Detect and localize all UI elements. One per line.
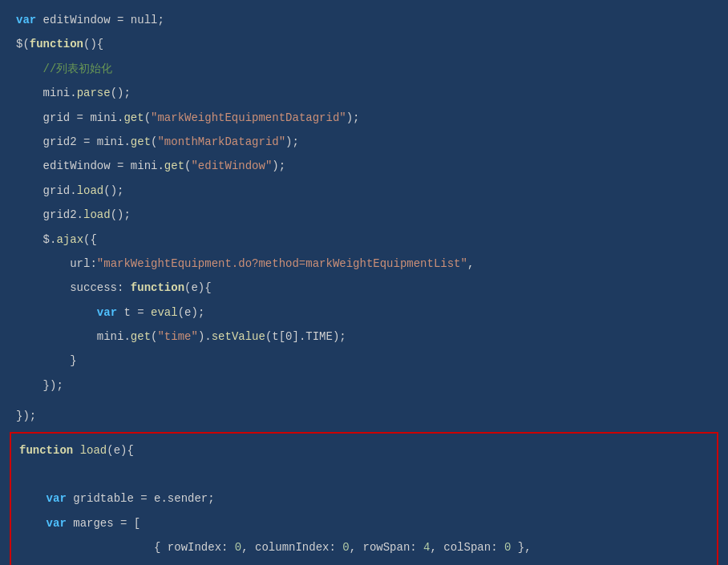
code-line-grid2: grid2 = mini.get("monthMarkDatagrid");	[0, 130, 728, 154]
code-line-editwindow: editWindow = mini.get("editWindow");	[0, 154, 728, 178]
code-area: var editWindow = null; $(function(){ //列…	[0, 0, 728, 565]
code-line-mini-parse: mini.parse();	[0, 81, 728, 105]
h-line-function: function load(e){	[19, 438, 709, 462]
code-line-closing-brace: });	[0, 404, 728, 428]
h-line-gridtable: var gridtable = e.sender;	[19, 486, 709, 511]
h-line-row0-col1: { rowIndex: 0, columnIndex: 1, rowSpan: …	[19, 560, 709, 565]
h-line-empty	[19, 462, 709, 486]
code-line-setvalue: mini.get("time").setValue(t[0].TIME);	[0, 325, 728, 349]
code-editor: var editWindow = null; $(function(){ //列…	[0, 0, 728, 565]
code-line-grid: grid = mini.get("markWeightEquipmentData…	[0, 106, 728, 130]
code-line-grid2-load: grid2.load();	[0, 203, 728, 227]
code-line-grid-load: grid.load();	[0, 179, 728, 203]
code-line-close-ajax: });	[0, 373, 728, 398]
separator	[0, 398, 728, 404]
code-line-ajax-start: $.ajax({	[0, 228, 728, 252]
h-line-marges: var marges = [	[19, 511, 709, 535]
code-line-success: success: function(e){	[0, 276, 728, 300]
code-line-url: url:"markWeightEquipment.do?method=markW…	[0, 252, 728, 276]
code-line-var-t: var t = eval(e);	[0, 301, 728, 325]
code-line-var-editwindow: var editWindow = null;	[0, 8, 728, 32]
code-line-iife-start: $(function(){	[0, 32, 728, 56]
h-line-row0-col0: { rowIndex: 0, columnIndex: 0, rowSpan: …	[19, 535, 709, 559]
highlighted-code-section: function load(e){ var gridtable = e.send…	[10, 432, 718, 565]
code-line-close-success: }	[0, 349, 728, 373]
code-line-comment: //列表初始化	[0, 57, 728, 81]
